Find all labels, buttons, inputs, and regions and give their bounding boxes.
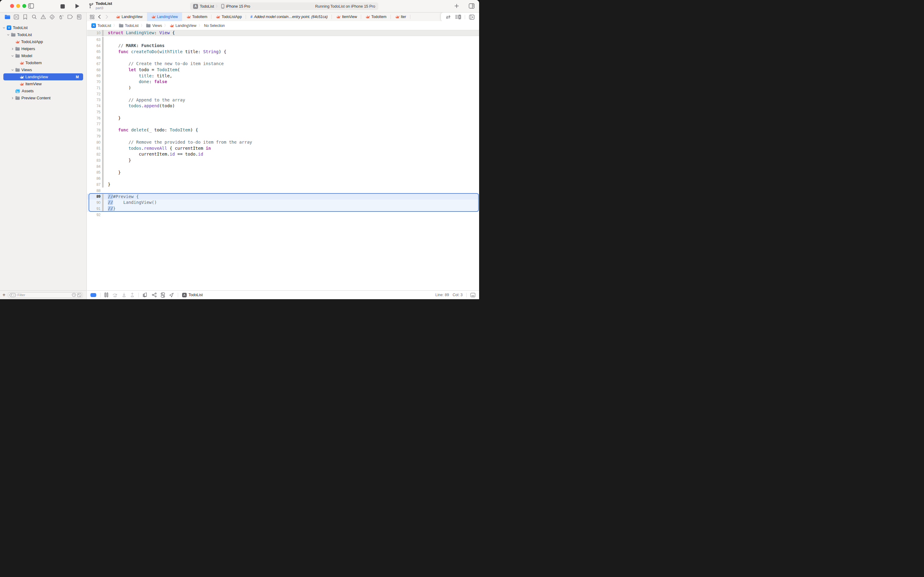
sidebar-item-todoitem[interactable]: TodoItem bbox=[0, 59, 87, 66]
project-activity[interactable]: TodoList part3 bbox=[89, 2, 112, 10]
sidebar-item-assets[interactable]: Assets bbox=[0, 87, 87, 94]
code-line-85[interactable]: 85 } bbox=[87, 169, 479, 176]
breadcrumb-item-views[interactable]: Views bbox=[146, 24, 162, 28]
filter-field[interactable]: Filter bbox=[8, 292, 83, 298]
new-tab-button[interactable] bbox=[454, 3, 459, 8]
code-line-82[interactable]: 82 currentItem.id == todo.id bbox=[87, 151, 479, 157]
disclosure-closed-icon[interactable] bbox=[11, 48, 14, 50]
code-line-90[interactable]: 90// LandingView() bbox=[87, 200, 479, 206]
disclosure-open-icon[interactable] bbox=[11, 69, 14, 71]
minimize-window-button[interactable] bbox=[16, 4, 20, 8]
scm-filter-icon[interactable] bbox=[77, 293, 81, 297]
disclosure-open-icon[interactable] bbox=[11, 55, 14, 57]
running-process[interactable]: A TodoList bbox=[182, 293, 203, 297]
code-line-81[interactable]: 81 todos.removeAll { currentItem in bbox=[87, 145, 479, 152]
code-line-78[interactable]: 78 func delete(_ todo: TodoItem) { bbox=[87, 127, 479, 133]
code-line-71[interactable]: 71 ) bbox=[87, 85, 479, 91]
editor-tab-itemview[interactable]: ItemView bbox=[332, 13, 361, 21]
navigator-source-control-icon[interactable] bbox=[13, 14, 19, 20]
pause-icon[interactable] bbox=[105, 292, 108, 297]
editor-tab-todoitem[interactable]: TodoItem bbox=[361, 13, 391, 21]
sidebar-item-todolist[interactable]: TodoList bbox=[0, 31, 87, 38]
code-line-76[interactable]: 76 } bbox=[87, 115, 479, 121]
sidebar-item-preview-content[interactable]: Preview Content bbox=[0, 94, 87, 102]
code-line-66[interactable]: 66 bbox=[87, 55, 479, 61]
code-line-73[interactable]: 73 // Append to the array bbox=[87, 97, 479, 103]
disclosure-open-icon[interactable] bbox=[7, 34, 10, 36]
step-out-icon[interactable] bbox=[130, 292, 134, 297]
code-line-83[interactable]: 83 } bbox=[87, 157, 479, 163]
close-window-button[interactable] bbox=[10, 4, 14, 8]
go-forward-icon[interactable] bbox=[104, 14, 110, 20]
code-line-68[interactable]: 68 let todo = TodoItem( bbox=[87, 67, 479, 73]
editor-layout-icon[interactable] bbox=[455, 14, 461, 20]
scheme-app-name[interactable]: TodoList bbox=[200, 4, 214, 8]
toggle-inspector-icon[interactable] bbox=[469, 3, 475, 8]
location-simulate-icon[interactable] bbox=[169, 292, 174, 297]
navigator-tests-icon[interactable] bbox=[49, 14, 55, 20]
code-line-91[interactable]: 91//} bbox=[87, 206, 479, 212]
code-line-86[interactable]: 86 bbox=[87, 176, 479, 182]
editor-tab-landingview[interactable]: LandingView bbox=[147, 13, 182, 21]
code-line-72[interactable]: 72 bbox=[87, 91, 479, 97]
editor-tab-landingview[interactable]: LandingView bbox=[111, 13, 147, 21]
related-items-icon[interactable] bbox=[89, 14, 95, 20]
sidebar-item-model[interactable]: Model bbox=[0, 52, 87, 59]
code-line-79[interactable]: 79 bbox=[87, 133, 479, 139]
code-line-87[interactable]: 87} bbox=[87, 182, 479, 188]
navigator-project-icon[interactable] bbox=[4, 14, 10, 20]
disclosure-closed-icon[interactable] bbox=[11, 97, 14, 99]
code-line-63[interactable]: 63 bbox=[87, 37, 479, 43]
navigator-breakpoints-icon[interactable] bbox=[67, 14, 73, 20]
stop-button[interactable] bbox=[61, 4, 65, 8]
sidebar-item-todolistapp[interactable]: TodoListApp bbox=[0, 38, 87, 45]
breadcrumb-item-no-selection[interactable]: No Selection bbox=[204, 24, 225, 28]
editor-tab-todolistapp[interactable]: TodoListApp bbox=[211, 13, 246, 21]
navigator-reports-icon[interactable] bbox=[76, 14, 82, 20]
zoom-window-button[interactable] bbox=[22, 4, 26, 8]
code-line-67[interactable]: 67 // Create the new to-do item instance bbox=[87, 61, 479, 67]
add-file-button[interactable]: + bbox=[0, 292, 8, 298]
recent-files-icon[interactable] bbox=[72, 293, 76, 297]
navigator-issues-icon[interactable] bbox=[40, 14, 47, 20]
disclosure-open-icon[interactable] bbox=[2, 27, 5, 29]
breadcrumb-item-landingview[interactable]: LandingView bbox=[170, 24, 196, 28]
toggle-navigator-icon[interactable] bbox=[28, 3, 34, 8]
code-line-92[interactable]: 92 bbox=[87, 212, 479, 218]
sidebar-item-itemview[interactable]: ItemView bbox=[0, 81, 87, 87]
go-back-icon[interactable] bbox=[96, 14, 102, 20]
sidebar-item-todolist[interactable]: ATodoList bbox=[0, 24, 87, 31]
breadcrumb-item-todolist[interactable]: ATodoList bbox=[91, 23, 111, 28]
sidebar-item-helpers[interactable]: Helpers bbox=[0, 45, 87, 52]
toggle-debug-area-icon[interactable] bbox=[470, 293, 475, 297]
navigator-debug-icon[interactable] bbox=[58, 14, 64, 20]
navigator-find-icon[interactable] bbox=[31, 14, 37, 20]
code-line-84[interactable]: 84 bbox=[87, 163, 479, 169]
memory-graph-icon[interactable] bbox=[152, 292, 157, 297]
code-line-65[interactable]: 65 func createToDo(withTitle title: Stri… bbox=[87, 49, 479, 55]
sticky-declaration-line[interactable]: 10struct LandingView: View { bbox=[87, 30, 479, 36]
editor-tab-added-model-contain-entry-point-64c51ca-[interactable]: #Added model contain…entry point. (64c51… bbox=[246, 13, 332, 21]
environment-overrides-icon[interactable] bbox=[161, 292, 165, 298]
sidebar-item-landingview[interactable]: LandingViewM bbox=[3, 73, 83, 81]
step-over-icon[interactable] bbox=[112, 292, 118, 297]
scheme-device-name[interactable]: iPhone 15 Pro bbox=[226, 4, 250, 8]
step-into-icon[interactable] bbox=[122, 292, 126, 297]
code-line-75[interactable]: 75 bbox=[87, 109, 479, 115]
code-line-70[interactable]: 70 done: false bbox=[87, 79, 479, 85]
code-line-69[interactable]: 69 title: title, bbox=[87, 73, 479, 79]
scheme-selector[interactable]: A TodoList 〉 iPhone 15 Pro Running TodoL… bbox=[190, 2, 378, 10]
navigator-bookmarks-icon[interactable] bbox=[22, 14, 28, 20]
code-line-77[interactable]: 77 bbox=[87, 121, 479, 127]
editor-tab-iter[interactable]: Iter bbox=[391, 13, 410, 21]
code-line-88[interactable]: 88 bbox=[87, 188, 479, 194]
add-editor-icon[interactable] bbox=[469, 14, 475, 20]
view-hierarchy-icon[interactable] bbox=[143, 292, 148, 297]
code-line-89[interactable]: 89//#Preview { bbox=[87, 194, 479, 200]
sticky-code-line[interactable]: 10struct LandingView: View { bbox=[87, 30, 175, 36]
sidebar-item-views[interactable]: Views bbox=[0, 66, 87, 73]
code-line-74[interactable]: 74 todos.append(todo) bbox=[87, 103, 479, 109]
run-button[interactable] bbox=[75, 3, 80, 9]
breakpoints-toggle[interactable] bbox=[90, 293, 96, 297]
editor-tab-todoitem[interactable]: TodoItem bbox=[182, 13, 211, 21]
